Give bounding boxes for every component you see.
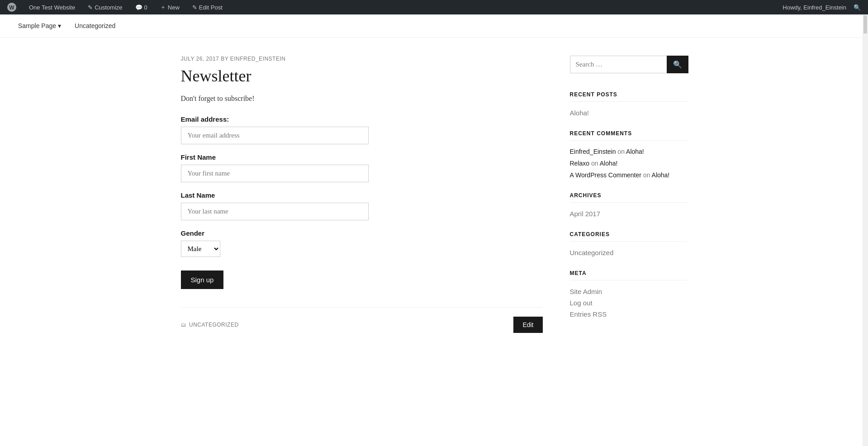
- post-footer: 🗂 UNCATEGORIZED Edit: [181, 307, 543, 333]
- admin-bar-right: Howdy, Einfred_Einstein 🔍: [783, 0, 863, 14]
- nav-sample-page-label: Sample Page: [18, 22, 56, 29]
- content-area: JULY 26, 2017 BY EINFRED_EINSTEIN Newsle…: [181, 56, 543, 333]
- last-name-group: Last Name: [181, 191, 543, 220]
- howdy-text: Howdy, Einfred_Einstein: [783, 4, 846, 11]
- site-nav: Sample Page ▾ Uncategorized: [18, 14, 850, 37]
- site-header: Sample Page ▾ Uncategorized: [0, 14, 868, 38]
- scrollbar[interactable]: [863, 14, 868, 351]
- comments-count: 0: [144, 4, 147, 11]
- email-label: Email address:: [181, 115, 543, 123]
- admin-search-button[interactable]: 🔍: [851, 0, 863, 14]
- edit-post-button[interactable]: ✎ Edit Post: [190, 0, 225, 14]
- wp-logo-button[interactable]: W: [5, 0, 19, 14]
- last-name-label: Last Name: [181, 191, 543, 199]
- gender-label: Gender: [181, 229, 543, 237]
- post-by: BY: [221, 56, 228, 62]
- comment-2: Relaxo on Aloha!: [570, 160, 688, 167]
- new-label: New: [168, 4, 180, 11]
- signup-button[interactable]: Sign up: [181, 270, 224, 289]
- edit-button[interactable]: Edit: [513, 317, 542, 333]
- main-layout: JULY 26, 2017 BY EINFRED_EINSTEIN Newsle…: [163, 38, 706, 351]
- search-input[interactable]: [570, 56, 667, 73]
- post-subtitle: Don't forget to subscribe!: [181, 95, 543, 103]
- email-input[interactable]: [181, 127, 369, 144]
- last-name-input[interactable]: [181, 203, 369, 220]
- recent-posts-title: RECENT POSTS: [570, 91, 688, 102]
- edit-icon: ✎: [192, 4, 197, 11]
- recent-comments-title: RECENT COMMENTS: [570, 130, 688, 141]
- comment-1-on: on: [617, 148, 626, 155]
- post-meta: JULY 26, 2017 BY EINFRED_EINSTEIN: [181, 56, 543, 62]
- scrollbar-thumb[interactable]: [863, 15, 867, 33]
- gender-select[interactable]: Male Female Other: [181, 241, 220, 257]
- customize-button[interactable]: ✎ Customize: [85, 0, 125, 14]
- plus-icon: ＋: [160, 3, 166, 11]
- customize-icon: ✎: [88, 4, 93, 11]
- comment-3-author[interactable]: A WordPress Commenter: [570, 171, 641, 179]
- comment-3-on: on: [643, 171, 652, 179]
- comments-icon: 💬: [135, 4, 142, 11]
- recent-comments-section: RECENT COMMENTS Einfred_Einstein on Aloh…: [570, 130, 688, 179]
- new-button[interactable]: ＋ New: [157, 0, 182, 14]
- categories-section: CATEGORIES Uncategorized: [570, 231, 688, 256]
- comment-1: Einfred_Einstein on Aloha!: [570, 148, 688, 155]
- svg-text:W: W: [9, 5, 14, 11]
- meta-log-out[interactable]: Log out: [570, 299, 688, 307]
- comments-button[interactable]: 💬 0: [133, 0, 150, 14]
- nav-item-sample-page[interactable]: Sample Page ▾: [18, 22, 61, 29]
- comment-2-on: on: [591, 160, 600, 167]
- sidebar: 🔍 RECENT POSTS Aloha! RECENT COMMENTS Ei…: [570, 56, 688, 333]
- category-label: UNCATEGORIZED: [189, 322, 239, 328]
- customize-label: Customize: [95, 4, 122, 11]
- nav-uncategorized-label: Uncategorized: [75, 22, 115, 29]
- post-title: Newsletter: [181, 66, 543, 85]
- meta-site-admin[interactable]: Site Admin: [570, 288, 688, 295]
- categories-title: CATEGORIES: [570, 231, 688, 242]
- comment-1-author[interactable]: Einfred_Einstein: [570, 148, 616, 155]
- sidebar-search: 🔍: [570, 56, 688, 73]
- meta-title: META: [570, 270, 688, 280]
- archive-april-2017[interactable]: April 2017: [570, 210, 688, 218]
- nav-item-uncategorized[interactable]: Uncategorized: [75, 22, 115, 29]
- meta-entries-rss[interactable]: Entries RSS: [570, 310, 688, 318]
- email-group: Email address:: [181, 115, 543, 144]
- admin-bar: W One Test Website ✎ Customize 💬 0 ＋ New…: [0, 0, 868, 14]
- comment-2-post[interactable]: Aloha!: [600, 160, 618, 167]
- search-icon: 🔍: [673, 60, 682, 69]
- category-uncategorized[interactable]: Uncategorized: [570, 249, 688, 256]
- comment-1-post[interactable]: Aloha!: [626, 148, 644, 155]
- first-name-label: First Name: [181, 153, 543, 161]
- post-category: 🗂 UNCATEGORIZED: [181, 322, 239, 328]
- comment-2-author[interactable]: Relaxo: [570, 160, 590, 167]
- search-button[interactable]: 🔍: [667, 56, 688, 73]
- recent-posts-section: RECENT POSTS Aloha!: [570, 91, 688, 117]
- chevron-down-icon: ▾: [58, 22, 61, 29]
- recent-post-aloha[interactable]: Aloha!: [570, 109, 688, 117]
- edit-post-label: Edit Post: [199, 4, 223, 11]
- site-name-button[interactable]: One Test Website: [26, 0, 78, 14]
- comment-3-post[interactable]: Aloha!: [652, 171, 670, 179]
- archives-section: ARCHIVES April 2017: [570, 192, 688, 218]
- first-name-group: First Name: [181, 153, 543, 182]
- archives-title: ARCHIVES: [570, 192, 688, 203]
- post-author[interactable]: EINFRED_EINSTEIN: [230, 56, 286, 62]
- search-icon: 🔍: [854, 4, 861, 11]
- meta-section: META Site Admin Log out Entries RSS: [570, 270, 688, 318]
- site-name-label: One Test Website: [29, 4, 75, 11]
- category-icon: 🗂: [181, 322, 187, 328]
- post-date: JULY 26, 2017: [181, 56, 219, 62]
- gender-group: Gender Male Female Other: [181, 229, 543, 257]
- comment-3: A WordPress Commenter on Aloha!: [570, 171, 688, 179]
- first-name-input[interactable]: [181, 165, 369, 182]
